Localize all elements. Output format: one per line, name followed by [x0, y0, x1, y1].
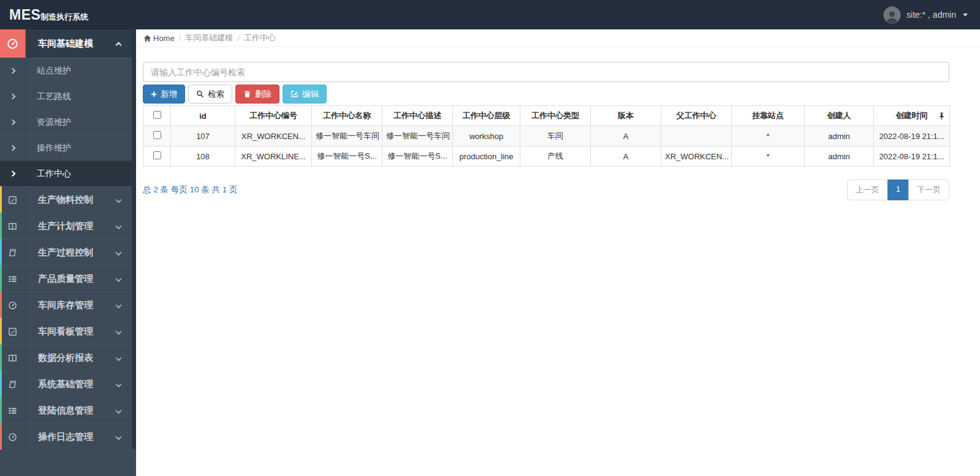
pagination-summary: 总 2 条 每页 10 条 共 1 页	[143, 184, 238, 195]
sidebar-menu: 车间基础建模 站点维护 工艺路线 资源维护 操作维护 工作中心	[0, 29, 132, 450]
column-header-type[interactable]: 工作中心类型	[520, 106, 591, 126]
sidebar-item-label: 工艺路线	[37, 91, 71, 102]
app-logo[interactable]: MES 制造执行系统	[9, 7, 88, 23]
app-logo-subtitle: 制造执行系统	[40, 12, 88, 23]
sidebar-group-process-control[interactable]: 生产过程控制	[0, 239, 132, 265]
column-header-version[interactable]: 版本	[591, 106, 661, 126]
cell-creator: admin	[805, 126, 874, 146]
chevron-down-icon	[116, 328, 122, 334]
sidebar-group-operation-log-management[interactable]: 操作日志管理	[0, 423, 132, 450]
app-logo-mes: MES	[9, 7, 40, 23]
cell-station: *	[732, 126, 805, 146]
user-label: site:* , admin	[906, 10, 956, 20]
columns-icon	[0, 345, 26, 371]
table-row[interactable]: 107 XR_WORKCEN... 修一智能一号车间 修一智能一号车间 work…	[143, 126, 950, 146]
cell-created: 2022-08-19 21:1...	[874, 126, 950, 146]
toolbar: + 新增 检索 删除	[143, 85, 949, 104]
column-header-creator[interactable]: 创建人	[805, 106, 874, 126]
add-button[interactable]: + 新增	[143, 85, 185, 104]
sidebar-group-label: 车间看板管理	[38, 326, 93, 338]
select-all-checkbox[interactable]	[153, 111, 161, 119]
chevron-down-icon	[116, 276, 122, 282]
pagination-prev-button[interactable]: 上一页	[847, 179, 888, 200]
cell-name: 修一智能一号车间	[312, 126, 382, 146]
user-menu[interactable]: site:* , admin	[883, 6, 968, 24]
column-header-level[interactable]: 工作中心层级	[453, 106, 520, 126]
breadcrumb-home-link[interactable]: Home	[143, 34, 175, 43]
book-icon	[0, 371, 26, 397]
column-header-created[interactable]: 创建时间	[874, 106, 950, 126]
sidebar-group-material-control[interactable]: 生产物料控制	[0, 186, 132, 213]
sidebar-item-work-center[interactable]: 工作中心	[0, 161, 132, 186]
search-button[interactable]: 检索	[188, 85, 232, 104]
pin-icon[interactable]	[938, 112, 945, 120]
table-header-row: id 工作中心编号 工作中心名称 工作中心描述 工作中心层级 工作中心类型 版本…	[143, 106, 950, 126]
search-button-label: 检索	[208, 89, 224, 100]
sidebar-group-label: 生产过程控制	[38, 247, 93, 259]
column-header-desc[interactable]: 工作中心描述	[382, 106, 453, 126]
sidebar-group-login-info-management[interactable]: 登陆信息管理	[0, 397, 132, 423]
delete-button[interactable]: 删除	[235, 85, 279, 104]
home-icon	[143, 34, 151, 42]
sidebar-group-inventory-management[interactable]: 车间库存管理	[0, 292, 132, 318]
cell-parent: XR_WORKCEN...	[661, 146, 732, 167]
edit-icon	[291, 90, 298, 98]
row-select-cell	[143, 146, 171, 167]
add-button-label: 新增	[161, 89, 177, 100]
pencil-square-icon	[0, 187, 26, 213]
chevron-right-icon	[0, 84, 26, 109]
cell-name: 修一智能一号S...	[312, 146, 382, 167]
sidebar-group-quality-management[interactable]: 产品质量管理	[0, 265, 132, 292]
top-navbar: MES 制造执行系统 site:* , admin	[0, 0, 980, 29]
sidebar-group-label: 生产计划管理	[38, 221, 93, 232]
breadcrumb-level1[interactable]: 车间基础建模	[185, 32, 233, 43]
sidebar-group-analytics-reports[interactable]: 数据分析报表	[0, 344, 132, 371]
table-footer: 总 2 条 每页 10 条 共 1 页 上一页 1 下一页	[143, 179, 949, 200]
column-header-parent[interactable]: 父工作中心	[661, 106, 732, 126]
accent-strip	[0, 423, 2, 450]
chevron-down-icon	[116, 302, 122, 308]
sidebar: 车间基础建模 站点维护 工艺路线 资源维护 操作维护 工作中心	[0, 29, 136, 476]
edit-button[interactable]: 编辑	[283, 85, 327, 104]
tachometer-icon	[0, 424, 26, 450]
th-list-icon	[0, 266, 26, 292]
pagination-page-1-button[interactable]: 1	[887, 179, 909, 200]
main-content: Home / 车间基础建模 / 工作中心 + 新增 检索	[136, 29, 980, 476]
breadcrumb-separator: /	[237, 34, 240, 43]
row-checkbox[interactable]	[153, 151, 161, 159]
sidebar-group-workshop-modeling[interactable]: 车间基础建模	[0, 29, 132, 58]
sidebar-scrollbar[interactable]	[132, 29, 136, 449]
column-header-code[interactable]: 工作中心编号	[235, 106, 312, 126]
chevron-down-icon	[116, 197, 122, 203]
plus-icon: +	[151, 89, 157, 99]
accent-strip	[0, 213, 2, 239]
sidebar-group-plan-management[interactable]: 生产计划管理	[0, 213, 132, 239]
work-center-search-input[interactable]	[143, 62, 949, 82]
cell-desc: 修一智能一号S...	[382, 146, 453, 167]
cell-level: production_line	[453, 146, 520, 167]
row-checkbox[interactable]	[153, 131, 161, 139]
cell-id: 108	[171, 146, 235, 167]
table-row[interactable]: 108 XR_WORKLINE... 修一智能一号S... 修一智能一号S...…	[143, 146, 950, 167]
sidebar-item-process-route[interactable]: 工艺路线	[0, 83, 132, 109]
sidebar-group-system-management[interactable]: 系统基础管理	[0, 371, 132, 397]
column-header-station[interactable]: 挂靠站点	[732, 106, 805, 126]
th-list-icon	[0, 398, 26, 423]
accent-strip	[0, 371, 2, 397]
work-center-table: id 工作中心编号 工作中心名称 工作中心描述 工作中心层级 工作中心类型 版本…	[143, 105, 950, 167]
cell-type: 产线	[520, 146, 591, 167]
accent-strip	[0, 397, 2, 423]
pagination-next-button[interactable]: 下一页	[908, 179, 949, 200]
accent-strip	[0, 292, 2, 318]
sidebar-item-station-maintenance[interactable]: 站点维护	[0, 58, 132, 83]
column-header-id[interactable]: id	[171, 106, 235, 126]
trash-icon	[243, 90, 251, 98]
sidebar-item-label: 操作维护	[37, 143, 71, 154]
chevron-down-icon	[116, 355, 122, 361]
accent-strip	[0, 318, 2, 344]
column-header-name[interactable]: 工作中心名称	[312, 106, 382, 126]
sidebar-item-operation-maintenance[interactable]: 操作维护	[0, 135, 132, 161]
sidebar-group-kanban-management[interactable]: 车间看板管理	[0, 318, 132, 344]
sidebar-item-resource-maintenance[interactable]: 资源维护	[0, 109, 132, 135]
sidebar-item-label: 站点维护	[37, 66, 71, 77]
